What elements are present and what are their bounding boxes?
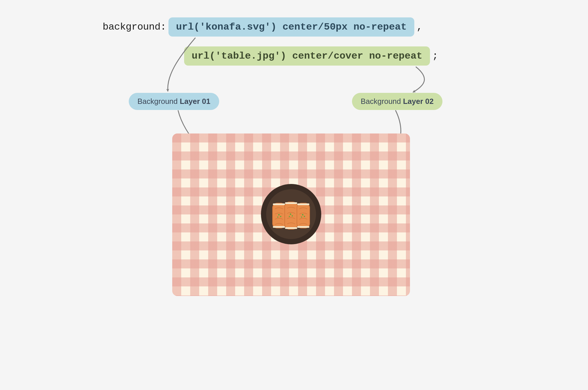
diagram-canvas: background: url('konafa.svg') center/50p… [91,17,497,337]
svg-point-14 [302,214,304,216]
code-line-2: url('table.jpg') center/cover no-repeat … [184,46,438,66]
code-line-1: background: url('konafa.svg') center/50p… [103,17,422,37]
badge-prefix: Background [137,97,180,106]
badge-bold: Layer 01 [180,97,210,106]
css-property: background: [103,21,166,32]
svg-rect-2 [273,203,285,228]
badge-prefix: Background [361,97,403,106]
svg-point-10 [277,216,278,218]
svg-point-12 [292,215,293,216]
layer-1-badge: Background Layer 01 [129,93,219,110]
svg-point-11 [290,214,291,215]
svg-rect-6 [297,203,310,228]
comma-separator: , [417,21,422,32]
svg-rect-4 [285,202,297,229]
arrow-layer2-to-badge [413,67,424,92]
svg-point-16 [301,216,302,218]
background-preview [172,133,410,296]
background-layer-1-value: url('konafa.svg') center/50px no-repeat [168,17,414,37]
svg-point-8 [278,214,280,216]
layer-2-badge: Background Layer 02 [352,93,442,110]
svg-point-9 [280,216,281,217]
konafa-plate-icon [259,182,323,247]
svg-point-15 [304,216,305,217]
svg-point-13 [289,216,290,217]
semicolon-terminator: ; [432,50,438,62]
badge-bold: Layer 02 [403,97,434,106]
background-layer-2-value: url('table.jpg') center/cover no-repeat [184,46,430,66]
